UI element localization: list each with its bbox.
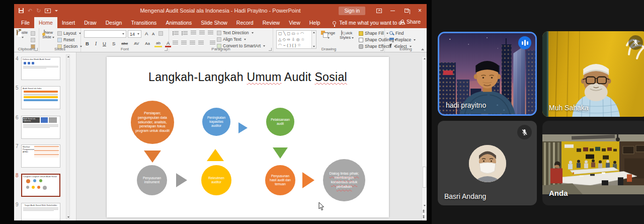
slide-canvas[interactable]: Langkah-Langkah Umum Audit Sosial Persia… [107, 57, 389, 217]
sign-in-button[interactable]: Sign in [339, 7, 365, 15]
grow-font-button[interactable]: A [143, 30, 149, 37]
participant-tile-basri-andang[interactable]: Basri Andang [438, 121, 537, 205]
align-right-icon[interactable] [190, 41, 195, 45]
reset-button[interactable]: Reset [57, 37, 82, 42]
bold-button[interactable]: B [84, 40, 91, 47]
clipboard-dialog-launcher-icon[interactable] [35, 48, 38, 51]
thumbnail-slide-9[interactable]: Target Audit Sosial Multi Stakeholder [21, 203, 60, 220]
scroll-up-button[interactable] [423, 58, 426, 59]
shapes-gallery[interactable]: ▢╲◻▭○◠ △◇⇨⇩◎☆ ◠⌣(){}☆ [276, 30, 316, 49]
tab-home[interactable]: Home [34, 17, 57, 28]
thumbnail-slide-5[interactable]: Audit Sosial ala India [21, 86, 60, 109]
arrow-down-green-icon[interactable] [273, 147, 288, 159]
highlight-color-button[interactable]: ab [154, 41, 162, 47]
find-button[interactable]: Find [389, 31, 416, 36]
replace-button[interactable]: Replace [389, 37, 416, 42]
paste-button[interactable]: Paste [16, 30, 29, 39]
font-name-combobox[interactable] [84, 30, 126, 38]
tab-animations[interactable]: Animations [161, 17, 196, 28]
tell-me-box[interactable]: Tell me what you want to do [333, 17, 405, 28]
align-center-icon[interactable] [181, 41, 187, 45]
character-spacing-button[interactable]: AV [132, 40, 140, 47]
arrow-right-orange-icon[interactable] [302, 172, 314, 188]
italic-button[interactable]: I [94, 40, 98, 47]
quick-styles-button[interactable]: Quick Styles [338, 31, 356, 40]
previous-slide-button[interactable] [423, 209, 426, 212]
decrease-indent-icon[interactable] [191, 31, 196, 35]
close-button[interactable]: × [413, 4, 427, 17]
clear-formatting-icon[interactable] [158, 31, 163, 36]
tab-file[interactable]: File [17, 17, 34, 28]
diagram-node-penyusunan-instrument[interactable]: Penyusunan instrument [137, 165, 167, 195]
align-text-button[interactable]: Align Text [217, 37, 265, 42]
change-case-button[interactable]: Aa [143, 40, 151, 47]
justify-icon[interactable] [198, 41, 204, 45]
restore-button[interactable] [399, 4, 413, 17]
new-slide-button[interactable]: New Slide [40, 30, 56, 39]
increase-indent-icon[interactable] [199, 31, 205, 35]
diagram-node-penyusunan-hasil[interactable]: Penyusunan hasil audit dan temuan [265, 165, 295, 195]
text-direction-button[interactable]: Text Direction [217, 30, 265, 35]
underline-button[interactable]: U [101, 40, 108, 47]
tab-draw[interactable]: Draw [79, 17, 101, 28]
tab-slide-show[interactable]: Slide Show [196, 17, 232, 28]
tab-record[interactable]: Record [232, 17, 258, 28]
thumb5-bar-yellow [24, 96, 58, 98]
share-button[interactable]: Share [400, 19, 421, 25]
thumbnail-slide-6[interactable]: Audit Sosial ala Indonesia [21, 116, 60, 139]
text-shadow-button[interactable]: S [111, 40, 117, 47]
shrink-font-button[interactable]: A [150, 31, 156, 38]
arrow-right-blue-icon[interactable] [238, 122, 248, 133]
scrollbar-thumb[interactable] [423, 167, 426, 188]
diagram-node-rekrutmen-auditor[interactable]: Rekrutmen auditor [201, 165, 231, 195]
undo-icon[interactable]: ↶ [28, 8, 32, 14]
tab-view[interactable]: View [284, 17, 305, 28]
slide-vertical-scrollbar[interactable] [422, 57, 427, 220]
layout-button[interactable]: Layout [57, 31, 82, 36]
redo-icon[interactable]: ↻ [36, 8, 41, 14]
diagram-node-dialog-lintas-pihak[interactable]: Dialog lintas pihak; membangun konsensus… [323, 159, 365, 201]
tab-transitions[interactable]: Transitions [126, 17, 161, 28]
strikethrough-button[interactable]: abc [120, 40, 129, 47]
diagram-node-pelaksanaan-audit[interactable]: Pelaksanaan audit [266, 108, 294, 136]
participant-tile-anda-self[interactable]: Anda [542, 121, 644, 205]
tab-review[interactable]: Review [258, 17, 284, 28]
thumbnail-slide-4[interactable]: Definisi dan Model Audit Sosial [21, 57, 60, 80]
slide-title[interactable]: Langkah-Langkah Umum Audit Sosial [107, 70, 389, 84]
copy-icon[interactable] [31, 38, 35, 42]
start-slideshow-icon[interactable] [45, 9, 51, 13]
bullets-icon[interactable] [173, 31, 179, 36]
ribbon-display-options-button[interactable] [372, 4, 386, 17]
columns-icon[interactable] [210, 41, 215, 45]
participant-tile-muh-sahaka[interactable]: Muh Sahaka [542, 31, 644, 117]
tab-insert[interactable]: Insert [57, 17, 79, 28]
participant-tile-hadi-prayitno[interactable]: hadi prayitno [438, 32, 537, 116]
save-icon[interactable] [19, 8, 24, 13]
diagram-node-peningkatan-kapasitas[interactable]: Peningkatan kapasitas auditor [202, 108, 230, 136]
arrow-up-yellow-icon[interactable] [207, 149, 224, 161]
thumbnail-slide-8-selected[interactable]: Langkah-Langkah Umum Audit Sosial [21, 174, 60, 197]
collapse-ribbon-icon[interactable] [421, 48, 424, 50]
arrow-right-gray-icon[interactable] [176, 173, 187, 187]
tab-help[interactable]: Help [305, 17, 325, 28]
font-dialog-launcher-icon[interactable] [165, 48, 168, 51]
font-size-combobox[interactable]: 14 [128, 30, 141, 38]
cut-icon[interactable] [31, 31, 35, 36]
customize-qat-caret-icon[interactable] [55, 10, 58, 12]
minimize-button[interactable] [386, 4, 399, 17]
numbering-icon[interactable] [182, 31, 188, 36]
line-spacing-icon[interactable] [208, 31, 213, 35]
align-left-icon[interactable] [173, 41, 178, 45]
next-slide-button[interactable] [423, 215, 426, 218]
diagram-node-persiapan[interactable]: Persiapan; pengumpulan data sekunder, an… [131, 101, 174, 144]
arrange-button[interactable]: Arrange [319, 31, 337, 40]
thumbnail-scrollbar[interactable] [66, 54, 70, 219]
paragraph-dialog-launcher-icon[interactable] [269, 48, 272, 51]
thumbnail-slide-7[interactable]: Manfaat Pengawasan APBD [21, 144, 60, 168]
scroll-down-button[interactable] [423, 205, 426, 206]
tab-design[interactable]: Design [101, 17, 127, 28]
drawing-dialog-launcher-icon[interactable] [380, 48, 383, 51]
arrow-down-orange-icon[interactable] [144, 151, 161, 163]
shapes-gallery-scrollbar[interactable] [311, 31, 316, 48]
paragraph-stacked-buttons: Text Direction Align Text Convert to Sma… [217, 30, 265, 48]
